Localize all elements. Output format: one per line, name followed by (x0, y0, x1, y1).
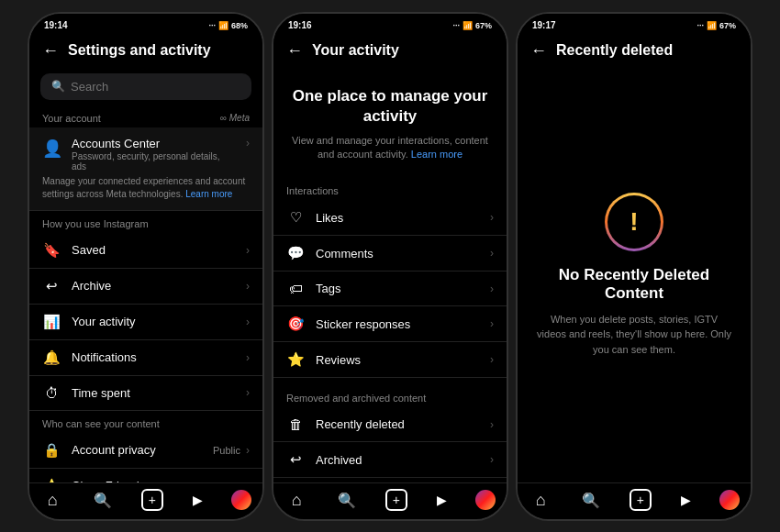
activity-main-title: One place to manage your activity (292, 86, 488, 127)
menu-time-spent[interactable]: ⏱ Time spent › (29, 376, 262, 411)
how-you-use-section: How you use Instagram (29, 211, 262, 233)
activity-subtitle: View and manage your interactions, conte… (292, 134, 488, 162)
trash-icon: 🗑 (286, 416, 305, 432)
accounts-icon: 👤 (42, 139, 62, 159)
activity-icon: 📊 (42, 314, 61, 330)
your-account-section: Your account ∞ Meta (29, 105, 262, 127)
sticker-icon: 🎯 (286, 316, 305, 332)
deleted-description: When you delete posts, stories, IGTV vid… (536, 312, 732, 358)
lock-icon: 🔒 (42, 442, 61, 459)
bottom-nav-2: ⌂ 🔍 + ▶ (273, 482, 507, 519)
removed-label: Removed and archived content (273, 385, 507, 407)
notifications-label: Notifications (72, 350, 246, 364)
deleted-screen: ← Recently deleted ! No Recently Deleted… (518, 34, 751, 482)
your-account-label: Your account (42, 113, 101, 124)
phone-deleted: 19:17 ··· 📶 67% ← Recently deleted ! No … (516, 12, 752, 521)
activity-label: Your activity (72, 315, 246, 328)
back-button-3[interactable]: ← (530, 41, 547, 61)
how-you-use-label: How you use Instagram (42, 218, 149, 229)
nav-search-2[interactable]: 🔍 (330, 490, 363, 511)
time-2: 19:16 (288, 20, 312, 30)
menu-sticker-responses[interactable]: 🎯 Sticker responses › (273, 306, 507, 342)
activity-header-title: Your activity (312, 42, 399, 59)
time-icon: ⏱ (42, 385, 61, 401)
accounts-center-item[interactable]: 👤 Accounts Center Password, security, pe… (29, 127, 262, 211)
status-bar-3: 19:17 ··· 📶 67% (518, 14, 751, 34)
menu-notifications[interactable]: 🔔 Notifications › (29, 340, 262, 376)
privacy-badge: Public (213, 445, 240, 456)
likes-label: Likes (316, 211, 490, 225)
nav-reels-1[interactable]: ▶ (185, 491, 210, 509)
menu-likes[interactable]: ♡ Likes › (273, 200, 507, 236)
likes-icon: ♡ (286, 209, 305, 226)
interactions-label: Interactions (273, 178, 507, 200)
settings-title: Settings and activity (68, 42, 211, 59)
menu-archive[interactable]: ↩ Archive › (29, 269, 262, 305)
nav-add-2[interactable]: + (385, 489, 407, 511)
settings-screen: ← Settings and activity 🔍 Your account ∞… (29, 34, 262, 482)
accounts-subtitle: Password, security, personal details, ad… (72, 151, 237, 172)
time-label: Time spent (72, 386, 246, 400)
search-input[interactable] (71, 80, 240, 94)
nav-home-3[interactable]: ⌂ (529, 489, 553, 512)
archive-label: Archive (72, 279, 246, 293)
recently-deleted-label: Recently deleted (316, 417, 490, 431)
nav-home-2[interactable]: ⌂ (284, 489, 309, 512)
accounts-learn-more[interactable]: Learn more (185, 189, 232, 199)
who-can-see-label: Who can see your content (42, 418, 160, 429)
nav-search-3[interactable]: 🔍 (574, 490, 607, 511)
phone-settings: 19:14 ··· 📶 68% ← Settings and activity … (28, 12, 264, 521)
privacy-label: Account privacy (72, 443, 213, 457)
tags-label: Tags (316, 282, 490, 295)
activity-intro: One place to manage your activity View a… (273, 68, 507, 172)
deleted-header-title: Recently deleted (556, 42, 673, 59)
nav-profile-2[interactable] (475, 490, 496, 510)
comments-icon: 💬 (286, 245, 305, 261)
accounts-title: Accounts Center (72, 137, 237, 150)
learn-more-link[interactable]: Learn more (411, 149, 462, 160)
deleted-header-bar: ← Recently deleted (518, 34, 751, 68)
menu-archived[interactable]: ↩ Archived › (273, 442, 507, 478)
comments-label: Comments (316, 247, 490, 260)
archived-label: Archived (316, 453, 490, 467)
archived-icon: ↩ (286, 451, 305, 468)
menu-account-privacy[interactable]: 🔒 Account privacy Public › (29, 433, 262, 469)
deleted-title: No Recently Deleted Content (536, 266, 732, 303)
menu-your-activity[interactable]: 📊 Your activity › (29, 305, 262, 340)
saved-icon: 🔖 (42, 242, 61, 259)
time-1: 19:14 (44, 20, 68, 30)
tags-icon: 🏷 (286, 281, 305, 296)
bottom-nav-1: ⌂ 🔍 + ▶ (29, 482, 262, 519)
activity-screen: ← Your activity One place to manage your… (273, 34, 507, 482)
nav-add-3[interactable]: + (630, 489, 652, 511)
phone-activity: 19:16 ··· 📶 67% ← Your activity One plac… (272, 12, 508, 521)
status-bar-2: 19:16 ··· 📶 67% (273, 14, 507, 34)
nav-reels-3[interactable]: ▶ (674, 491, 698, 509)
settings-header: ← Settings and activity (29, 34, 262, 68)
back-button-2[interactable]: ← (286, 41, 303, 61)
nav-reels-2[interactable]: ▶ (429, 491, 454, 509)
back-button-1[interactable]: ← (42, 41, 59, 61)
notifications-icon: 🔔 (42, 349, 61, 366)
meta-label: ∞ Meta (220, 113, 250, 123)
menu-comments[interactable]: 💬 Comments › (273, 236, 507, 272)
menu-close-friends[interactable]: ⭐ Close Friends 0 › (29, 469, 262, 482)
nav-profile-1[interactable] (231, 490, 251, 510)
status-icons-3: ··· 📶 67% (696, 21, 736, 30)
menu-reviews[interactable]: ⭐ Reviews › (273, 342, 507, 378)
nav-add-1[interactable]: + (141, 489, 163, 511)
accounts-chevron: › (246, 137, 250, 150)
search-icon: 🔍 (51, 80, 65, 93)
deleted-empty-state: ! No Recently Deleted Content When you d… (518, 68, 751, 482)
nav-home-1[interactable]: ⌂ (40, 489, 65, 512)
search-bar[interactable]: 🔍 (40, 73, 251, 100)
reviews-icon: ⭐ (286, 351, 305, 368)
nav-profile-3[interactable] (719, 490, 740, 510)
nav-search-1[interactable]: 🔍 (86, 490, 119, 511)
exclamation-icon: ! (630, 207, 638, 237)
menu-recently-deleted[interactable]: 🗑 Recently deleted › (273, 407, 507, 442)
status-bar-1: 19:14 ··· 📶 68% (29, 14, 262, 34)
archive-icon: ↩ (42, 278, 61, 294)
menu-tags[interactable]: 🏷 Tags › (273, 272, 507, 306)
menu-saved[interactable]: 🔖 Saved › (29, 233, 262, 269)
